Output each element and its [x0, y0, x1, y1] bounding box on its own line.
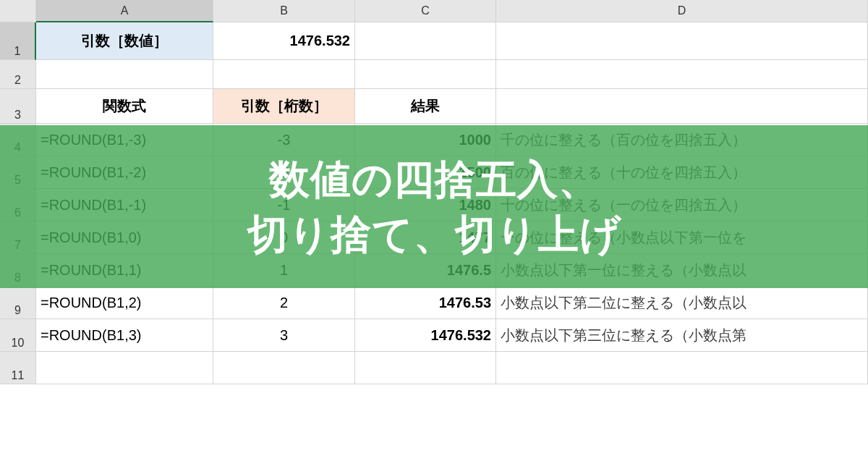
cell-d2[interactable]: [496, 60, 868, 89]
cell-d9[interactable]: 小数点以下第二位に整える（小数点以: [496, 287, 868, 319]
corner-select-all[interactable]: [0, 0, 36, 22]
overlay-line2: 切り捨て、切り上げ: [247, 211, 621, 257]
cell-b3[interactable]: 引数［桁数］: [213, 89, 355, 124]
row-header-11[interactable]: 11: [0, 352, 36, 384]
cell-c11[interactable]: [355, 352, 496, 384]
cell-d10[interactable]: 小数点以下第三位に整える（小数点第: [496, 319, 868, 352]
col-header-d[interactable]: D: [496, 0, 868, 22]
cell-a11[interactable]: [36, 352, 213, 384]
cell-d11[interactable]: [496, 352, 868, 384]
cell-c1[interactable]: [355, 22, 496, 60]
row-header-9[interactable]: 9: [0, 287, 36, 319]
row-header-1[interactable]: 1: [0, 22, 36, 60]
row-header-2[interactable]: 2: [0, 60, 36, 89]
cell-a2[interactable]: [36, 60, 213, 89]
col-header-a[interactable]: A: [36, 0, 213, 22]
col-header-b[interactable]: B: [213, 0, 355, 22]
overlay-line1: 数値の四捨五入、: [269, 156, 600, 202]
row-header-10[interactable]: 10: [0, 319, 36, 352]
cell-a10[interactable]: =ROUND(B1,3): [36, 319, 213, 352]
cell-b9[interactable]: 2: [213, 287, 355, 319]
col-header-c[interactable]: C: [355, 0, 496, 22]
cell-b2[interactable]: [213, 60, 355, 89]
cell-c10[interactable]: 1476.532: [355, 319, 496, 352]
row-header-3[interactable]: 3: [0, 89, 36, 124]
cell-d1[interactable]: [496, 22, 868, 60]
title-overlay: 数値の四捨五入、 切り捨て、切り上げ: [0, 125, 868, 288]
cell-d3[interactable]: [496, 89, 868, 124]
cell-b11[interactable]: [213, 352, 355, 384]
cell-c2[interactable]: [355, 60, 496, 89]
cell-b1[interactable]: 1476.532: [213, 22, 355, 60]
cell-a1[interactable]: 引数［数値］: [36, 22, 213, 60]
cell-b10[interactable]: 3: [213, 319, 355, 352]
cell-a9[interactable]: =ROUND(B1,2): [36, 287, 213, 319]
cell-c9[interactable]: 1476.53: [355, 287, 496, 319]
cell-c3[interactable]: 結果: [355, 89, 496, 124]
cell-a3[interactable]: 関数式: [36, 89, 213, 124]
